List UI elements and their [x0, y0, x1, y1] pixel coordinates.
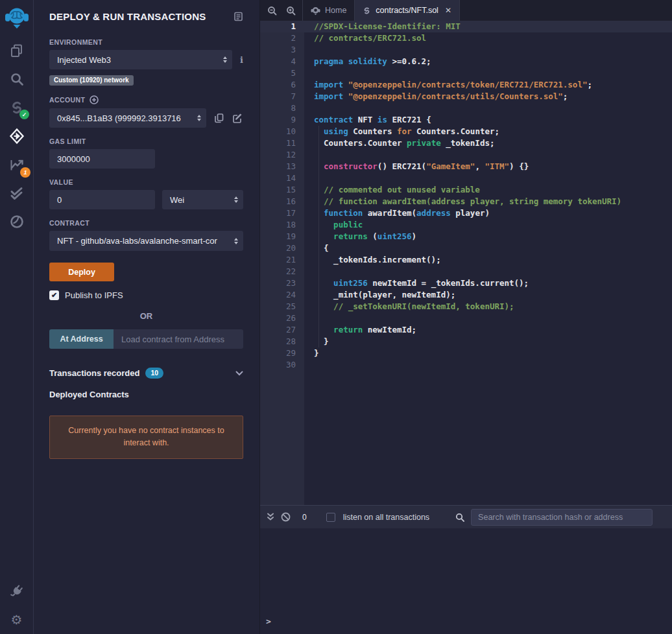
line-number[interactable]: 25	[260, 301, 296, 312]
code-line[interactable]: 7import "@openzeppelin/contracts/utils/C…	[260, 91, 672, 102]
line-number[interactable]: 1	[260, 21, 296, 32]
line-number[interactable]: 15	[260, 184, 296, 196]
line-number[interactable]: 17	[260, 207, 296, 219]
line-number[interactable]: 24	[260, 289, 296, 301]
line-number[interactable]: 22	[260, 266, 296, 277]
code-line[interactable]: 19 returns (uint256)	[260, 231, 672, 242]
transactions-expand-toggle[interactable]	[235, 371, 243, 376]
sidebar-item-plugin-circle[interactable]	[0, 207, 33, 236]
line-number[interactable]: 23	[260, 277, 296, 289]
code-line[interactable]: 1//SPDX-License-Identifier: MIT	[260, 21, 672, 32]
account-select[interactable]: 0x845...B1aB3 (999992.3913716	[49, 108, 206, 128]
add-account-icon[interactable]	[90, 95, 99, 104]
code-line[interactable]: 8	[260, 102, 672, 114]
code-line[interactable]: 13 constructor() ERC721("GameItem", "ITM…	[260, 161, 672, 172]
publish-to-ipfs-checkbox[interactable]: ✔	[49, 290, 59, 300]
line-number[interactable]: 14	[260, 172, 296, 184]
gas-limit-input[interactable]	[49, 149, 155, 169]
code-line[interactable]: 6import "@openzeppelin/contracts/token/E…	[260, 79, 672, 91]
line-content	[296, 312, 314, 324]
environment-info-icon[interactable]: i	[240, 55, 243, 65]
line-number[interactable]: 20	[260, 242, 296, 254]
line-number[interactable]: 8	[260, 102, 296, 114]
listen-all-transactions-checkbox[interactable]	[326, 513, 335, 522]
line-number[interactable]: 18	[260, 219, 296, 231]
clear-console-button[interactable]	[281, 512, 291, 522]
code-line[interactable]: 15 // commented out unused variable	[260, 184, 672, 196]
code-line[interactable]: 20 {	[260, 242, 672, 254]
value-unit-select[interactable]: Wei	[162, 190, 243, 209]
code-line[interactable]: 23 uint256 newItemId = _tokenIds.current…	[260, 277, 672, 289]
line-number[interactable]: 2	[260, 32, 296, 44]
line-number[interactable]: 5	[260, 67, 296, 79]
contract-select[interactable]: NFT - github/ava-labs/avalanche-smart-co…	[49, 231, 243, 251]
deploy-button[interactable]: Deploy	[49, 263, 114, 281]
code-line[interactable]: 25 // _setTokenURI(newItemId, tokenURI);	[260, 301, 672, 312]
sidebar-item-file-explorer[interactable]	[0, 36, 33, 65]
docs-icon[interactable]	[234, 12, 243, 21]
line-number[interactable]: 13	[260, 161, 296, 172]
value-input[interactable]	[49, 190, 155, 209]
tab-contracts-nft-sol[interactable]: contracts/NFT.sol ✕	[355, 0, 460, 21]
code-line[interactable]: 17 function awardItem(address player)	[260, 207, 672, 219]
code-line[interactable]: 9contract NFT is ERC721 {	[260, 114, 672, 126]
code-line[interactable]: 5	[260, 67, 672, 79]
sidebar-item-search[interactable]	[0, 65, 33, 93]
line-number[interactable]: 16	[260, 196, 296, 207]
line-number[interactable]: 30	[260, 359, 296, 371]
code-line[interactable]: 22	[260, 266, 672, 277]
sidebar-item-deploy-and-run[interactable]	[0, 122, 33, 150]
sidebar-item-analytics[interactable]: 1	[0, 150, 33, 179]
code-line[interactable]: 26	[260, 312, 672, 324]
line-number[interactable]: 9	[260, 114, 296, 126]
code-line[interactable]: 16 // function awardItem(address player,…	[260, 196, 672, 207]
line-number[interactable]: 6	[260, 79, 296, 91]
line-number[interactable]: 21	[260, 254, 296, 266]
tab-close-icon[interactable]: ✕	[445, 6, 451, 15]
copy-account-button[interactable]	[214, 113, 224, 124]
line-number[interactable]: 12	[260, 149, 296, 161]
code-line[interactable]: 30	[260, 359, 672, 371]
line-number[interactable]: 28	[260, 336, 296, 347]
code-line[interactable]: 4pragma solidity >=0.6.2;	[260, 56, 672, 67]
code-line[interactable]: 28 }	[260, 336, 672, 347]
line-number[interactable]: 4	[260, 56, 296, 67]
code-line[interactable]: 27 return newItemId;	[260, 324, 672, 336]
code-line[interactable]: 29}	[260, 347, 672, 359]
line-number[interactable]: 19	[260, 231, 296, 242]
terminal-collapse-button[interactable]	[267, 513, 274, 521]
code-editor[interactable]: 1//SPDX-License-Identifier: MIT2// contr…	[260, 21, 672, 505]
code-line[interactable]: 18 public	[260, 219, 672, 231]
code-line[interactable]: 10 using Counters for Counters.Counter;	[260, 126, 672, 137]
line-number[interactable]: 26	[260, 312, 296, 324]
sidebar-item-settings[interactable]: ⚙	[0, 605, 33, 634]
sidebar-item-solidity-compiler[interactable]: ✓	[0, 93, 33, 122]
terminal-output[interactable]: >	[260, 528, 672, 634]
at-address-button[interactable]: At Address	[49, 329, 114, 349]
publish-to-ipfs-row[interactable]: ✔ Publish to IPFS	[49, 290, 243, 300]
zoom-out-icon[interactable]	[267, 6, 277, 16]
remix-logo[interactable]	[0, 0, 33, 36]
line-number[interactable]: 10	[260, 126, 296, 137]
sidebar-item-unit-testing[interactable]	[0, 179, 33, 207]
code-line[interactable]: 12	[260, 149, 672, 161]
at-address-input[interactable]	[114, 329, 243, 349]
line-number[interactable]: 7	[260, 91, 296, 102]
code-line[interactable]: 2// contracts/ERC721.sol	[260, 32, 672, 44]
terminal-prompt[interactable]: >	[266, 616, 271, 626]
code-line[interactable]: 24 _mint(player, newItemId);	[260, 289, 672, 301]
code-line[interactable]: 11 Counters.Counter private _tokenIds;	[260, 137, 672, 149]
code-line[interactable]: 3	[260, 44, 672, 56]
line-number[interactable]: 27	[260, 324, 296, 336]
line-number[interactable]: 11	[260, 137, 296, 149]
line-number[interactable]: 3	[260, 44, 296, 56]
terminal-search-input[interactable]	[471, 509, 653, 526]
sidebar-item-plugin-manager[interactable]	[0, 577, 33, 605]
code-line[interactable]: 21 _tokenIds.increment();	[260, 254, 672, 266]
tab-home[interactable]: Home	[303, 0, 355, 21]
sign-message-button[interactable]	[232, 113, 243, 124]
code-line[interactable]: 14	[260, 172, 672, 184]
line-number[interactable]: 29	[260, 347, 296, 359]
environment-select[interactable]: Injected Web3	[49, 50, 232, 69]
zoom-in-icon[interactable]	[286, 6, 296, 16]
